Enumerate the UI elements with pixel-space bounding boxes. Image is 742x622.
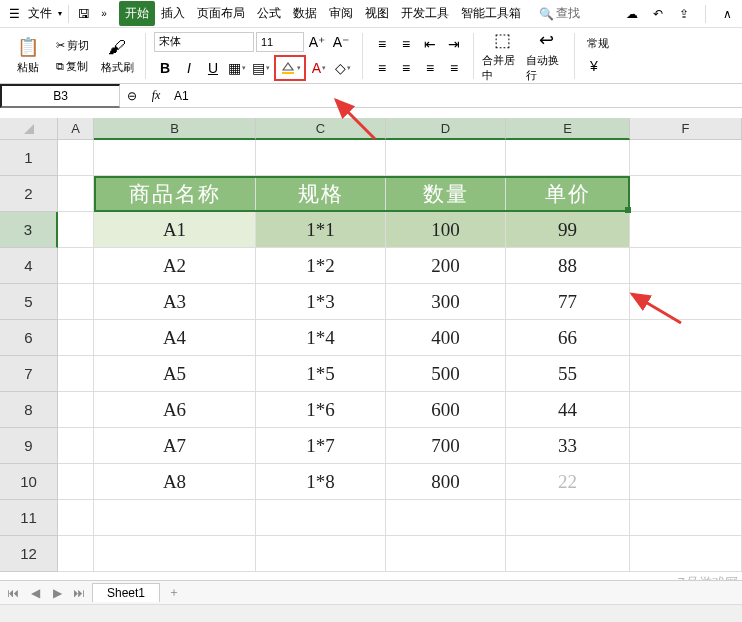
add-sheet-button[interactable]: ＋ [164,584,184,601]
border-button[interactable]: ▦ [226,57,248,79]
cell[interactable] [630,176,742,212]
align-left-button[interactable]: ≡ [371,57,393,79]
decrease-font-button[interactable]: A⁻ [330,31,352,53]
cell[interactable] [386,140,506,176]
cell[interactable]: 55 [506,356,630,392]
cell[interactable]: 1*7 [256,428,386,464]
cell[interactable]: A5 [94,356,256,392]
cell[interactable] [630,500,742,536]
cell[interactable]: 单价 [506,176,630,212]
cell[interactable] [630,536,742,572]
cell[interactable]: 66 [506,320,630,356]
cell[interactable]: 88 [506,248,630,284]
fx-icon[interactable]: fx [144,88,168,103]
cell[interactable] [58,356,94,392]
select-all-corner[interactable] [0,118,58,140]
cell[interactable]: 100 [386,212,506,248]
cell[interactable]: 700 [386,428,506,464]
cell[interactable]: A8 [94,464,256,500]
cell[interactable]: 1*1 [256,212,386,248]
cell-style-button[interactable]: ▤ [250,57,272,79]
tab-data[interactable]: 数据 [287,1,323,26]
cell[interactable] [58,320,94,356]
cloud-icon[interactable]: ☁ [623,5,641,23]
file-menu[interactable]: 文件 [28,5,52,22]
cell[interactable]: 800 [386,464,506,500]
cell[interactable] [58,392,94,428]
cell[interactable]: A6 [94,392,256,428]
cell[interactable] [58,248,94,284]
cell[interactable] [630,464,742,500]
file-dropdown-icon[interactable]: ▾ [58,9,62,18]
sheet-nav-next-icon[interactable]: ▶ [48,586,66,600]
tab-pagelayout[interactable]: 页面布局 [191,1,251,26]
cell[interactable]: 数量 [386,176,506,212]
cell[interactable] [256,500,386,536]
decrease-indent-button[interactable]: ⇤ [419,33,441,55]
cell[interactable] [94,500,256,536]
fill-color-button[interactable] [274,55,306,81]
wrap-text-button[interactable]: ↩ 自动换行 [526,32,566,80]
cell[interactable]: 600 [386,392,506,428]
cell[interactable] [630,392,742,428]
col-header-C[interactable]: C [256,118,386,140]
row-header[interactable]: 11 [0,500,58,536]
cell[interactable] [58,464,94,500]
cell[interactable]: A7 [94,428,256,464]
sheet-nav-prev-icon[interactable]: ◀ [26,586,44,600]
sheet-tab[interactable]: Sheet1 [92,583,160,602]
paste-button[interactable]: 📋 粘贴 [8,32,48,80]
font-color-button[interactable]: A [308,57,330,79]
cell-reference-input[interactable] [0,84,120,108]
italic-button[interactable]: I [178,57,200,79]
cell[interactable]: 1*4 [256,320,386,356]
copy-button[interactable]: ⧉复制 [52,57,93,76]
cell[interactable] [630,356,742,392]
bold-button[interactable]: B [154,57,176,79]
cell[interactable]: A2 [94,248,256,284]
tab-formula[interactable]: 公式 [251,1,287,26]
row-header[interactable]: 8 [0,392,58,428]
tab-smarttools[interactable]: 智能工具箱 [455,1,527,26]
align-middle-button[interactable]: ≡ [395,33,417,55]
cell[interactable]: 1*5 [256,356,386,392]
row-header[interactable]: 12 [0,536,58,572]
cell[interactable]: 99 [506,212,630,248]
row-header[interactable]: 1 [0,140,58,176]
cell[interactable]: 500 [386,356,506,392]
cell[interactable] [58,500,94,536]
row-header[interactable]: 6 [0,320,58,356]
cell[interactable] [386,500,506,536]
cell[interactable] [506,536,630,572]
cell[interactable]: 300 [386,284,506,320]
tab-review[interactable]: 审阅 [323,1,359,26]
cell[interactable] [256,536,386,572]
cell[interactable] [58,428,94,464]
cell[interactable]: 1*2 [256,248,386,284]
cell[interactable] [94,536,256,572]
more-icon[interactable]: » [95,5,113,23]
row-header[interactable]: 10 [0,464,58,500]
row-header[interactable]: 3 [0,212,58,248]
cell[interactable] [506,500,630,536]
cell[interactable]: A3 [94,284,256,320]
font-size-select[interactable] [256,32,304,52]
cell[interactable]: 44 [506,392,630,428]
font-name-select[interactable] [154,32,254,52]
cell[interactable]: 1*6 [256,392,386,428]
cell[interactable]: A4 [94,320,256,356]
cancel-formula-icon[interactable]: ⊖ [120,89,144,103]
cell[interactable] [58,284,94,320]
cell[interactable] [630,140,742,176]
cell[interactable] [506,140,630,176]
cell[interactable]: 200 [386,248,506,284]
number-format-select[interactable]: 常规 [583,34,613,53]
cell[interactable] [386,536,506,572]
cell[interactable]: A1 [94,212,256,248]
sheet-nav-first-icon[interactable]: ⏮ [4,586,22,600]
undo-icon[interactable]: ↶ [649,5,667,23]
app-menu-icon[interactable]: ☰ [6,6,22,22]
tab-home[interactable]: 开始 [119,1,155,26]
formula-input[interactable]: A1 [168,87,742,105]
cell[interactable]: 规格 [256,176,386,212]
